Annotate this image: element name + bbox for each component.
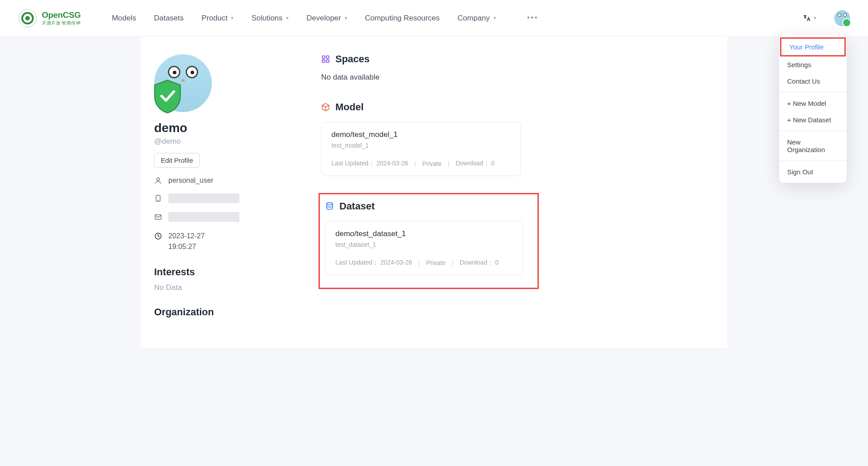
nav-datasets[interactable]: Datasets (154, 14, 183, 23)
dataset-card-subtitle: test_dataset_1 (335, 241, 513, 248)
organization-title: Organization (154, 306, 296, 318)
dataset-card-meta: Last Updated： 2024-03-26 | Private | Dow… (335, 259, 513, 267)
dataset-card-title: demo/test_dataset_1 (335, 229, 513, 238)
svg-point-12 (326, 203, 332, 205)
main-content: Spaces No data available Model demo/test… (310, 36, 727, 348)
svg-rect-10 (323, 60, 325, 63)
profile-handle: @demo (154, 137, 296, 146)
nav-more[interactable]: ••• (527, 13, 538, 23)
dataset-section-highlighted: Dataset demo/test_dataset_1 test_dataset… (319, 193, 539, 289)
model-card-title: demo/test_model_1 (331, 130, 511, 139)
profile-email-row (154, 212, 296, 222)
profile-role: personal_user (168, 177, 213, 185)
chevron-down-icon: ▾ (494, 15, 496, 21)
svg-point-3 (157, 178, 159, 181)
dataset-card[interactable]: demo/test_dataset_1 test_dataset_1 Last … (325, 221, 523, 275)
profile-phone-row (154, 193, 296, 203)
grid-icon (321, 55, 330, 64)
nav-developer[interactable]: Developer▾ (307, 14, 347, 23)
spaces-empty: No data available (321, 73, 714, 82)
shield-icon (152, 79, 183, 114)
svg-point-2 (25, 16, 30, 20)
model-card-subtitle: test_model_1 (331, 142, 511, 149)
model-card-meta: Last Updated： 2024-03-26 | Private | Dow… (331, 160, 511, 168)
edit-profile-button[interactable]: Edit Profile (154, 153, 200, 168)
person-icon (154, 177, 162, 185)
logo-title: OpenCSG (42, 10, 81, 20)
divider (779, 92, 847, 92)
profile-joined-row: 2023-12-27 19:05:27 (154, 231, 296, 252)
profile-avatar (154, 54, 212, 112)
profile-sidebar: demo @demo Edit Profile personal_user 20… (141, 36, 310, 348)
divider (779, 131, 847, 131)
model-heading: Model (321, 101, 714, 113)
dropdown-signout[interactable]: Sign Out (779, 164, 847, 180)
user-avatar[interactable] (834, 10, 850, 26)
interests-empty: No Data (154, 283, 296, 292)
cube-icon (321, 103, 330, 112)
chevron-down-icon: ▾ (286, 15, 289, 21)
nav-product[interactable]: Product▾ (202, 14, 234, 23)
nav-models[interactable]: Models (112, 14, 136, 23)
svg-rect-11 (326, 60, 329, 63)
dropdown-contact[interactable]: Contact Us (779, 73, 847, 89)
svg-rect-9 (326, 56, 329, 59)
database-icon (325, 202, 334, 211)
dropdown-new-org[interactable]: New Organization (779, 134, 847, 158)
chevron-down-icon: ▾ (345, 15, 347, 21)
dropdown-settings[interactable]: Settings (779, 56, 847, 73)
model-card[interactable]: demo/test_model_1 test_model_1 Last Upda… (321, 122, 521, 176)
logo-icon (18, 8, 37, 28)
dropdown-your-profile[interactable]: Your Profile (780, 37, 846, 56)
profile-username: demo (154, 121, 296, 135)
spaces-heading: Spaces (321, 53, 714, 65)
chevron-down-icon: ▾ (814, 15, 816, 21)
nav-computing[interactable]: Computing Resources (365, 14, 440, 23)
nav-company[interactable]: Company▾ (458, 14, 496, 23)
user-dropdown: Your Profile Settings Contact Us + New M… (779, 35, 847, 183)
language-switcher[interactable]: ▾ (802, 14, 816, 23)
dropdown-new-model[interactable]: + New Model (779, 95, 847, 112)
interests-title: Interests (154, 266, 296, 278)
clock-icon (154, 232, 162, 240)
header: OpenCSG 开源开放 智惠传神 Models Datasets Produc… (0, 0, 868, 36)
main-nav: Models Datasets Product▾ Solutions▾ Deve… (112, 13, 538, 23)
dropdown-new-dataset[interactable]: + New Dataset (779, 112, 847, 128)
translate-icon (802, 14, 811, 23)
svg-rect-8 (323, 56, 325, 59)
phone-icon (154, 194, 162, 202)
redacted-phone (168, 193, 239, 203)
profile-date: 2023-12-27 (168, 231, 205, 241)
mail-icon (154, 213, 162, 221)
dataset-heading: Dataset (325, 201, 530, 212)
logo-subtitle: 开源开放 智惠传神 (42, 20, 81, 26)
divider (779, 161, 847, 161)
profile-role-row: personal_user (154, 177, 296, 185)
logo[interactable]: OpenCSG 开源开放 智惠传神 (18, 8, 81, 28)
profile-time: 19:05:27 (168, 241, 205, 252)
chevron-down-icon: ▾ (231, 15, 234, 21)
nav-solutions[interactable]: Solutions▾ (251, 14, 289, 23)
redacted-email (168, 212, 239, 222)
